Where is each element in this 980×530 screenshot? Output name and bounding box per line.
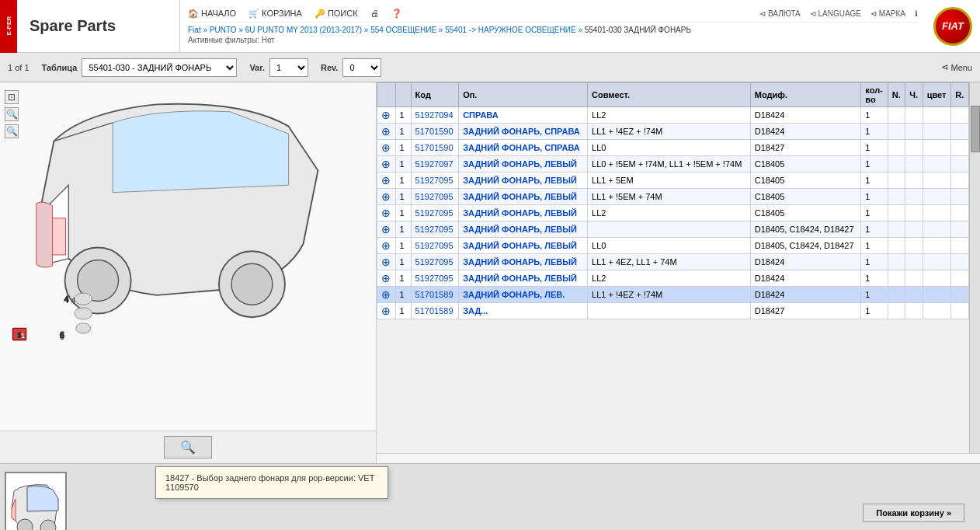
cart-icon: 🛒 <box>248 9 259 19</box>
home-icon: 🏠 <box>188 9 199 19</box>
n-cell <box>888 173 905 189</box>
cart-cell[interactable]: ⊕ <box>377 254 396 270</box>
search-btn-area: 🔍 <box>0 431 376 463</box>
cart-cell[interactable]: ⊕ <box>377 221 396 238</box>
zoom-out-btn[interactable]: 🔍 <box>5 124 19 138</box>
table-row[interactable]: ⊕151927097ЗАДНИЙ ФОНАРЬ, ЛЕВЫЙLL0 + !5EM… <box>377 156 969 173</box>
table-row[interactable]: ⊕151701589ЗАДНИЙ ФОНАРЬ, ЛЕВ.LL1 + !4EZ … <box>377 287 969 303</box>
table-row[interactable]: ⊕151927094СПРАВАLL2D184241 <box>377 107 969 124</box>
scrollbar-thumb[interactable] <box>971 106 980 152</box>
diagram-image: ⊡ 🔍 🔍 <box>0 82 376 431</box>
currency-btn[interactable]: ⊲ ВАЛЮТА <box>759 9 801 18</box>
table-row[interactable]: ⊕151927095ЗАДНИЙ ФОНАРЬ, ЛЕВЫЙLL1 + 5EMC… <box>377 173 969 189</box>
n-cell <box>888 287 905 303</box>
table-row[interactable]: ⊕151927095ЗАДНИЙ ФОНАРЬ, ЛЕВЫЙLL2C184051 <box>377 205 969 221</box>
color-cell <box>923 287 951 303</box>
cart-cell[interactable]: ⊕ <box>377 205 396 221</box>
cart-add-icon[interactable]: ⊕ <box>381 158 391 170</box>
compat-cell: LL1 + !5EM + 74M <box>588 189 751 205</box>
ch-cell <box>905 173 923 189</box>
cart-add-icon[interactable]: ⊕ <box>381 223 391 235</box>
nav-search-label: ПОИСК <box>328 9 358 18</box>
code-cell: 51701590 <box>411 124 459 140</box>
cart-add-icon[interactable]: ⊕ <box>381 174 391 187</box>
menu-button[interactable]: ⊲ Menu <box>941 62 972 72</box>
cart-add-icon[interactable]: ⊕ <box>381 272 391 284</box>
qty-cell: 1 <box>861 238 888 254</box>
zoom-fit-btn[interactable]: ⊡ <box>5 90 19 104</box>
op-num-cell: 1 <box>395 189 411 205</box>
main-area: ⊡ 🔍 🔍 <box>0 82 980 463</box>
cart-add-icon[interactable]: ⊕ <box>381 190 391 203</box>
nav-home[interactable]: 🏠 НАЧАЛО <box>188 9 236 19</box>
nav-cart[interactable]: 🛒 КОРЗИНА <box>248 9 302 19</box>
cart-cell[interactable]: ⊕ <box>377 173 396 189</box>
r-cell <box>951 140 969 156</box>
color-cell <box>923 107 951 124</box>
cart-add-icon[interactable]: ⊕ <box>381 256 391 268</box>
scrollbar-track[interactable] <box>969 82 980 453</box>
table-row[interactable]: ⊕151927095ЗАДНИЙ ФОНАРЬ, ЛЕВЫЙD18405, C1… <box>377 221 969 238</box>
col-header-desc: Оп. <box>459 83 588 107</box>
breadcrumb-fiat[interactable]: Fiat <box>188 26 201 34</box>
table-select[interactable]: 55401-030 - ЗАДНИЙ ФОНАРЬ <box>82 58 237 77</box>
color-cell <box>923 173 951 189</box>
cart-cell[interactable]: ⊕ <box>377 238 396 254</box>
nav-help[interactable]: ❓ <box>391 9 402 19</box>
desc-cell: ЗАДНИЙ ФОНАРЬ, ЛЕВ. <box>459 287 588 303</box>
code-cell: 51701589 <box>411 287 459 303</box>
table-row[interactable]: ⊕151927095ЗАДНИЙ ФОНАРЬ, ЛЕВЫЙLL2D184241 <box>377 270 969 287</box>
breadcrumb-554[interactable]: 554 ОСВЕЩЕНИЕ <box>370 26 436 34</box>
cart-add-icon[interactable]: ⊕ <box>381 239 391 252</box>
cart-cell[interactable]: ⊕ <box>377 287 396 303</box>
brand-title-area: Spare Parts <box>17 0 180 53</box>
table-row[interactable]: ⊕151701590ЗАДНИЙ ФОНАРЬ, СПРАВАLL0D18427… <box>377 140 969 156</box>
var-select[interactable]: 1 <box>269 58 308 77</box>
cart-add-icon[interactable]: ⊕ <box>381 125 391 138</box>
zoom-in-btn[interactable]: 🔍 <box>5 107 19 121</box>
desc-cell: ЗАДНИЙ ФОНАРЬ, ЛЕВЫЙ <box>459 156 588 173</box>
cart-add-icon[interactable]: ⊕ <box>381 109 391 121</box>
breadcrumb-punto[interactable]: PUNTO <box>210 26 237 34</box>
r-cell <box>951 270 969 287</box>
nav-search[interactable]: 🔑 ПОИСК <box>315 9 358 19</box>
nav-print[interactable]: 🖨 <box>370 9 379 18</box>
thumbnail-area <box>0 463 980 530</box>
breadcrumb-55401[interactable]: 55401 <box>445 26 467 34</box>
desc-cell: ЗАДНИЙ ФОНАРЬ, СПРАВА <box>459 140 588 156</box>
cart-cell[interactable]: ⊕ <box>377 189 396 205</box>
cart-add-icon[interactable]: ⊕ <box>381 305 391 317</box>
cart-add-icon[interactable]: ⊕ <box>381 141 391 154</box>
cart-cell[interactable]: ⊕ <box>377 124 396 140</box>
svg-text:6: 6 <box>60 333 64 341</box>
r-cell <box>951 156 969 173</box>
thumbnail-1[interactable] <box>5 472 67 531</box>
table-row[interactable]: ⊕151701590ЗАДНИЙ ФОНАРЬ, СПРАВАLL1 + !4E… <box>377 124 969 140</box>
breadcrumb-6u[interactable]: 6U PUNTO MY 2013 (2013-2017) <box>245 26 362 34</box>
table-row[interactable]: ⊕151701589ЗАД...D184271 <box>377 303 969 319</box>
parts-scroll[interactable]: Код Оп. Совмест. Модиф. кол-во N. Ч. цве… <box>377 82 969 453</box>
col-header-modif: Модиф. <box>750 83 861 107</box>
info-icon: ℹ <box>915 9 918 18</box>
table-row[interactable]: ⊕151927095ЗАДНИЙ ФОНАРЬ, ЛЕВЫЙLL1 + !5EM… <box>377 189 969 205</box>
cart-cell[interactable]: ⊕ <box>377 303 396 319</box>
cart-cell[interactable]: ⊕ <box>377 270 396 287</box>
compat-cell: LL1 + !4EZ + !74M <box>588 124 751 140</box>
r-cell <box>951 254 969 270</box>
rev-select[interactable]: 0 <box>342 58 381 77</box>
table-row[interactable]: ⊕151927095ЗАДНИЙ ФОНАРЬ, ЛЕВЫЙLL1 + 4EZ,… <box>377 254 969 270</box>
cart-cell[interactable]: ⊕ <box>377 140 396 156</box>
fiat-logo: FIAT <box>933 7 972 46</box>
toolbar-table-group: Таблица 55401-030 - ЗАДНИЙ ФОНАРЬ <box>42 58 238 77</box>
qty-cell: 1 <box>861 173 888 189</box>
language-btn[interactable]: ⊲ LANGUAGE <box>810 9 861 18</box>
search-button[interactable]: 🔍 <box>164 436 212 459</box>
cart-cell[interactable]: ⊕ <box>377 107 396 124</box>
cart-cell[interactable]: ⊕ <box>377 156 396 173</box>
cart-add-icon[interactable]: ⊕ <box>381 207 391 219</box>
brand-btn[interactable]: ⊲ МАРКА <box>871 9 905 18</box>
cart-add-icon[interactable]: ⊕ <box>381 288 391 301</box>
ch-cell <box>905 238 923 254</box>
breadcrumb-narvn[interactable]: НАРУЖНОЕ ОСВЕЩЕНИЕ <box>478 26 576 34</box>
table-row[interactable]: ⊕151927095ЗАДНИЙ ФОНАРЬ, ЛЕВЫЙLL0D18405,… <box>377 238 969 254</box>
